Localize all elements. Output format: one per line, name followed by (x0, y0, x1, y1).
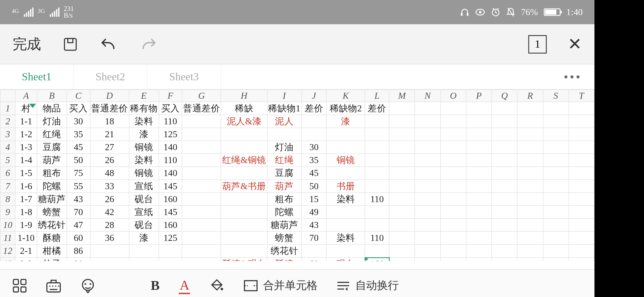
cell[interactable] (389, 232, 415, 244)
cell[interactable]: 47 (67, 219, 90, 232)
spreadsheet-grid[interactable]: ABCDEFGHIJKLMNOPQRST1村物品买入普通差价稀有物买入普通差价稀… (0, 90, 594, 261)
cell[interactable]: 75 (67, 167, 90, 180)
cell[interactable]: 1-9 (15, 219, 37, 232)
cell[interactable] (389, 206, 415, 219)
cell[interactable] (466, 232, 492, 244)
cell[interactable]: 陀螺 (37, 180, 67, 193)
cell[interactable] (415, 128, 440, 141)
cell[interactable] (543, 102, 569, 115)
cell[interactable] (182, 193, 221, 205)
cell[interactable] (466, 128, 492, 141)
cell[interactable] (326, 206, 365, 219)
cell[interactable]: 葫芦 (267, 180, 302, 193)
cell[interactable] (182, 244, 221, 257)
cell[interactable] (492, 232, 517, 244)
col-header[interactable]: A (15, 90, 37, 102)
cell[interactable]: 红绳 (37, 128, 67, 141)
cell[interactable]: 140 (159, 167, 182, 180)
dropdown-icon[interactable] (29, 104, 36, 108)
cell[interactable] (517, 232, 543, 244)
cell[interactable] (543, 167, 569, 180)
col-header[interactable]: R (517, 90, 543, 102)
row-number[interactable]: 11 (0, 232, 15, 244)
cell[interactable]: 18 (90, 115, 129, 128)
cell[interactable] (466, 102, 492, 115)
row-number[interactable]: 7 (0, 180, 15, 193)
cell[interactable]: 宣纸 (129, 180, 159, 193)
cell[interactable]: 漆 (129, 232, 159, 244)
cell[interactable] (466, 206, 492, 219)
cell[interactable] (159, 244, 182, 257)
cell[interactable] (440, 232, 466, 244)
cell[interactable] (182, 232, 221, 244)
cell[interactable] (326, 167, 365, 180)
cell[interactable]: 粗布 (267, 193, 302, 205)
col-header[interactable]: D (90, 90, 129, 102)
cell[interactable] (326, 219, 365, 232)
cell[interactable]: 1-7 (15, 193, 37, 205)
complete-button[interactable]: 完成 (13, 34, 41, 54)
cell[interactable]: 26 (90, 193, 129, 205)
cell[interactable]: 60 (67, 232, 90, 244)
cell[interactable]: 90 (67, 257, 90, 261)
cell[interactable]: 55 (67, 180, 90, 193)
cell[interactable] (365, 154, 389, 167)
cell[interactable] (301, 128, 326, 141)
col-header[interactable]: K (326, 90, 365, 102)
cell[interactable]: 145 (159, 206, 182, 219)
cell[interactable]: 染料 (129, 154, 159, 167)
col-header[interactable]: J (301, 90, 326, 102)
cell[interactable] (389, 244, 415, 257)
row-number[interactable]: 2 (0, 115, 15, 128)
cell[interactable]: 2-1 (15, 244, 37, 257)
cell[interactable] (569, 206, 594, 219)
cell[interactable] (440, 167, 466, 180)
undo-icon[interactable] (100, 37, 118, 52)
cell[interactable] (301, 115, 326, 128)
cell[interactable] (129, 244, 159, 257)
cell[interactable]: 灯油 (37, 115, 67, 128)
cell[interactable]: 45 (67, 141, 90, 154)
cell[interactable]: 42 (90, 206, 129, 219)
cell[interactable] (182, 180, 221, 193)
row-number[interactable]: 10 (0, 219, 15, 232)
row-number[interactable]: 12 (0, 244, 15, 257)
cell[interactable] (492, 206, 517, 219)
cell[interactable] (466, 167, 492, 180)
cell[interactable] (415, 115, 440, 128)
cell[interactable] (221, 244, 267, 257)
cell[interactable]: 1-3 (15, 141, 37, 154)
row-number[interactable]: 3 (0, 128, 15, 141)
cell[interactable]: 红绳 (267, 154, 302, 167)
col-header[interactable]: O (440, 90, 466, 102)
col-header[interactable]: P (466, 90, 492, 102)
tabs-menu-icon[interactable]: ••• (551, 70, 594, 84)
cell[interactable] (389, 102, 415, 115)
keyboard-icon[interactable] (46, 278, 61, 293)
cell[interactable] (365, 128, 389, 141)
cell[interactable]: 铜镜 (129, 167, 159, 180)
cell[interactable]: 粗布 (37, 167, 67, 180)
cell[interactable]: 书册 (326, 180, 365, 193)
cell[interactable]: 稀有物 (129, 102, 159, 115)
wrap-text-button[interactable]: 自动换行 (337, 278, 399, 293)
cell[interactable] (182, 154, 221, 167)
cell[interactable]: 15 (301, 193, 326, 205)
cell[interactable]: 差价 (301, 102, 326, 115)
cell[interactable] (517, 257, 543, 261)
cell[interactable] (389, 115, 415, 128)
cell[interactable]: 差价 (365, 102, 389, 115)
cell[interactable]: 1-2 (15, 128, 37, 141)
cell[interactable]: 110 (365, 232, 389, 244)
cell[interactable] (492, 219, 517, 232)
cell[interactable] (221, 141, 267, 154)
cell[interactable] (517, 206, 543, 219)
cell[interactable] (159, 257, 182, 261)
cell[interactable] (492, 257, 517, 261)
cell[interactable] (90, 257, 129, 261)
assistant-icon[interactable] (80, 278, 95, 293)
cell[interactable] (389, 193, 415, 205)
cell[interactable] (466, 141, 492, 154)
cell[interactable]: 160 (159, 193, 182, 205)
cell[interactable]: 1-5 (15, 167, 37, 180)
